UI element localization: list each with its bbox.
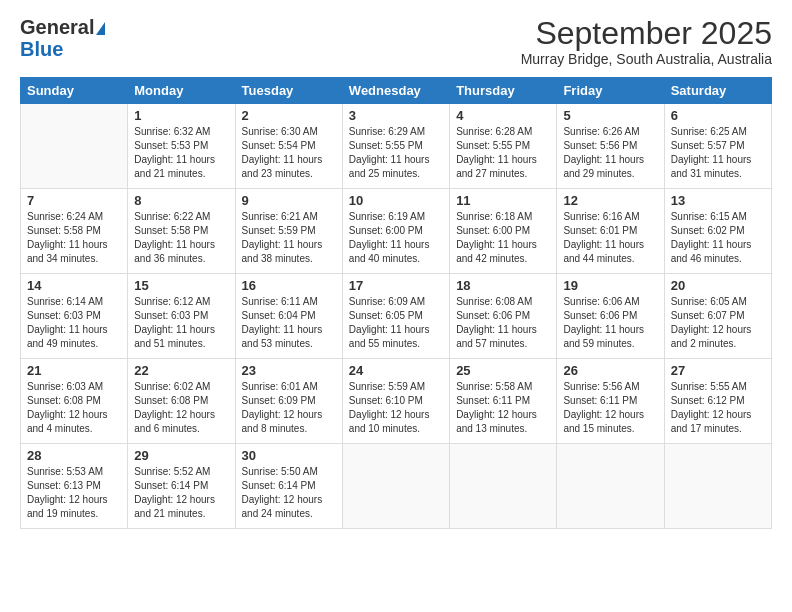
calendar-cell: 21Sunrise: 6:03 AMSunset: 6:08 PMDayligh…: [21, 359, 128, 444]
day-info: Sunrise: 6:29 AMSunset: 5:55 PMDaylight:…: [349, 125, 443, 181]
calendar-cell: 22Sunrise: 6:02 AMSunset: 6:08 PMDayligh…: [128, 359, 235, 444]
day-number: 28: [27, 448, 121, 463]
calendar-cell: [557, 444, 664, 529]
week-row-2: 7Sunrise: 6:24 AMSunset: 5:58 PMDaylight…: [21, 189, 772, 274]
day-number: 17: [349, 278, 443, 293]
day-number: 7: [27, 193, 121, 208]
calendar-cell: 7Sunrise: 6:24 AMSunset: 5:58 PMDaylight…: [21, 189, 128, 274]
calendar-cell: 14Sunrise: 6:14 AMSunset: 6:03 PMDayligh…: [21, 274, 128, 359]
day-header-saturday: Saturday: [664, 78, 771, 104]
calendar-cell: 18Sunrise: 6:08 AMSunset: 6:06 PMDayligh…: [450, 274, 557, 359]
calendar-cell: 16Sunrise: 6:11 AMSunset: 6:04 PMDayligh…: [235, 274, 342, 359]
day-number: 26: [563, 363, 657, 378]
day-number: 8: [134, 193, 228, 208]
day-number: 24: [349, 363, 443, 378]
day-number: 23: [242, 363, 336, 378]
logo-general: General: [20, 16, 105, 38]
month-title: September 2025: [521, 16, 772, 51]
calendar-cell: 10Sunrise: 6:19 AMSunset: 6:00 PMDayligh…: [342, 189, 449, 274]
calendar-cell: 23Sunrise: 6:01 AMSunset: 6:09 PMDayligh…: [235, 359, 342, 444]
day-number: 11: [456, 193, 550, 208]
calendar-cell: 12Sunrise: 6:16 AMSunset: 6:01 PMDayligh…: [557, 189, 664, 274]
calendar-table: SundayMondayTuesdayWednesdayThursdayFrid…: [20, 77, 772, 529]
calendar-cell: 4Sunrise: 6:28 AMSunset: 5:55 PMDaylight…: [450, 104, 557, 189]
day-info: Sunrise: 5:56 AMSunset: 6:11 PMDaylight:…: [563, 380, 657, 436]
day-info: Sunrise: 6:08 AMSunset: 6:06 PMDaylight:…: [456, 295, 550, 351]
location: Murray Bridge, South Australia, Australi…: [521, 51, 772, 67]
day-info: Sunrise: 6:06 AMSunset: 6:06 PMDaylight:…: [563, 295, 657, 351]
calendar-cell: [450, 444, 557, 529]
week-row-3: 14Sunrise: 6:14 AMSunset: 6:03 PMDayligh…: [21, 274, 772, 359]
day-info: Sunrise: 6:22 AMSunset: 5:58 PMDaylight:…: [134, 210, 228, 266]
day-info: Sunrise: 6:16 AMSunset: 6:01 PMDaylight:…: [563, 210, 657, 266]
day-number: 22: [134, 363, 228, 378]
day-info: Sunrise: 6:15 AMSunset: 6:02 PMDaylight:…: [671, 210, 765, 266]
calendar-cell: 9Sunrise: 6:21 AMSunset: 5:59 PMDaylight…: [235, 189, 342, 274]
week-row-4: 21Sunrise: 6:03 AMSunset: 6:08 PMDayligh…: [21, 359, 772, 444]
calendar-cell: [664, 444, 771, 529]
day-number: 29: [134, 448, 228, 463]
days-header-row: SundayMondayTuesdayWednesdayThursdayFrid…: [21, 78, 772, 104]
calendar-cell: 15Sunrise: 6:12 AMSunset: 6:03 PMDayligh…: [128, 274, 235, 359]
day-number: 4: [456, 108, 550, 123]
calendar-cell: 29Sunrise: 5:52 AMSunset: 6:14 PMDayligh…: [128, 444, 235, 529]
day-info: Sunrise: 5:53 AMSunset: 6:13 PMDaylight:…: [27, 465, 121, 521]
calendar-cell: 25Sunrise: 5:58 AMSunset: 6:11 PMDayligh…: [450, 359, 557, 444]
day-info: Sunrise: 6:19 AMSunset: 6:00 PMDaylight:…: [349, 210, 443, 266]
day-number: 12: [563, 193, 657, 208]
day-number: 30: [242, 448, 336, 463]
day-number: 25: [456, 363, 550, 378]
calendar-cell: 30Sunrise: 5:50 AMSunset: 6:14 PMDayligh…: [235, 444, 342, 529]
day-header-monday: Monday: [128, 78, 235, 104]
calendar-cell: [21, 104, 128, 189]
day-header-sunday: Sunday: [21, 78, 128, 104]
day-number: 19: [563, 278, 657, 293]
day-info: Sunrise: 6:02 AMSunset: 6:08 PMDaylight:…: [134, 380, 228, 436]
calendar-cell: 27Sunrise: 5:55 AMSunset: 6:12 PMDayligh…: [664, 359, 771, 444]
day-info: Sunrise: 6:30 AMSunset: 5:54 PMDaylight:…: [242, 125, 336, 181]
day-info: Sunrise: 6:32 AMSunset: 5:53 PMDaylight:…: [134, 125, 228, 181]
day-number: 5: [563, 108, 657, 123]
day-number: 2: [242, 108, 336, 123]
week-row-5: 28Sunrise: 5:53 AMSunset: 6:13 PMDayligh…: [21, 444, 772, 529]
day-header-wednesday: Wednesday: [342, 78, 449, 104]
day-info: Sunrise: 6:24 AMSunset: 5:58 PMDaylight:…: [27, 210, 121, 266]
day-info: Sunrise: 6:21 AMSunset: 5:59 PMDaylight:…: [242, 210, 336, 266]
day-number: 9: [242, 193, 336, 208]
logo-blue: Blue: [20, 38, 63, 60]
day-info: Sunrise: 5:55 AMSunset: 6:12 PMDaylight:…: [671, 380, 765, 436]
day-header-thursday: Thursday: [450, 78, 557, 104]
day-number: 1: [134, 108, 228, 123]
day-number: 10: [349, 193, 443, 208]
calendar-cell: 26Sunrise: 5:56 AMSunset: 6:11 PMDayligh…: [557, 359, 664, 444]
calendar-cell: 11Sunrise: 6:18 AMSunset: 6:00 PMDayligh…: [450, 189, 557, 274]
day-info: Sunrise: 6:01 AMSunset: 6:09 PMDaylight:…: [242, 380, 336, 436]
title-block: September 2025 Murray Bridge, South Aust…: [521, 16, 772, 67]
day-info: Sunrise: 6:09 AMSunset: 6:05 PMDaylight:…: [349, 295, 443, 351]
day-info: Sunrise: 6:26 AMSunset: 5:56 PMDaylight:…: [563, 125, 657, 181]
calendar-cell: 13Sunrise: 6:15 AMSunset: 6:02 PMDayligh…: [664, 189, 771, 274]
day-number: 20: [671, 278, 765, 293]
calendar-cell: 24Sunrise: 5:59 AMSunset: 6:10 PMDayligh…: [342, 359, 449, 444]
calendar-cell: 28Sunrise: 5:53 AMSunset: 6:13 PMDayligh…: [21, 444, 128, 529]
day-info: Sunrise: 6:18 AMSunset: 6:00 PMDaylight:…: [456, 210, 550, 266]
calendar-cell: 5Sunrise: 6:26 AMSunset: 5:56 PMDaylight…: [557, 104, 664, 189]
calendar-cell: 3Sunrise: 6:29 AMSunset: 5:55 PMDaylight…: [342, 104, 449, 189]
day-info: Sunrise: 6:12 AMSunset: 6:03 PMDaylight:…: [134, 295, 228, 351]
day-number: 6: [671, 108, 765, 123]
day-info: Sunrise: 6:03 AMSunset: 6:08 PMDaylight:…: [27, 380, 121, 436]
day-info: Sunrise: 6:14 AMSunset: 6:03 PMDaylight:…: [27, 295, 121, 351]
week-row-1: 1Sunrise: 6:32 AMSunset: 5:53 PMDaylight…: [21, 104, 772, 189]
calendar-cell: 1Sunrise: 6:32 AMSunset: 5:53 PMDaylight…: [128, 104, 235, 189]
calendar-cell: 6Sunrise: 6:25 AMSunset: 5:57 PMDaylight…: [664, 104, 771, 189]
logo: General Blue: [20, 16, 105, 60]
calendar-cell: [342, 444, 449, 529]
calendar-cell: 20Sunrise: 6:05 AMSunset: 6:07 PMDayligh…: [664, 274, 771, 359]
day-number: 15: [134, 278, 228, 293]
day-header-friday: Friday: [557, 78, 664, 104]
day-info: Sunrise: 5:50 AMSunset: 6:14 PMDaylight:…: [242, 465, 336, 521]
day-info: Sunrise: 6:05 AMSunset: 6:07 PMDaylight:…: [671, 295, 765, 351]
calendar-cell: 19Sunrise: 6:06 AMSunset: 6:06 PMDayligh…: [557, 274, 664, 359]
calendar-cell: 8Sunrise: 6:22 AMSunset: 5:58 PMDaylight…: [128, 189, 235, 274]
day-number: 3: [349, 108, 443, 123]
